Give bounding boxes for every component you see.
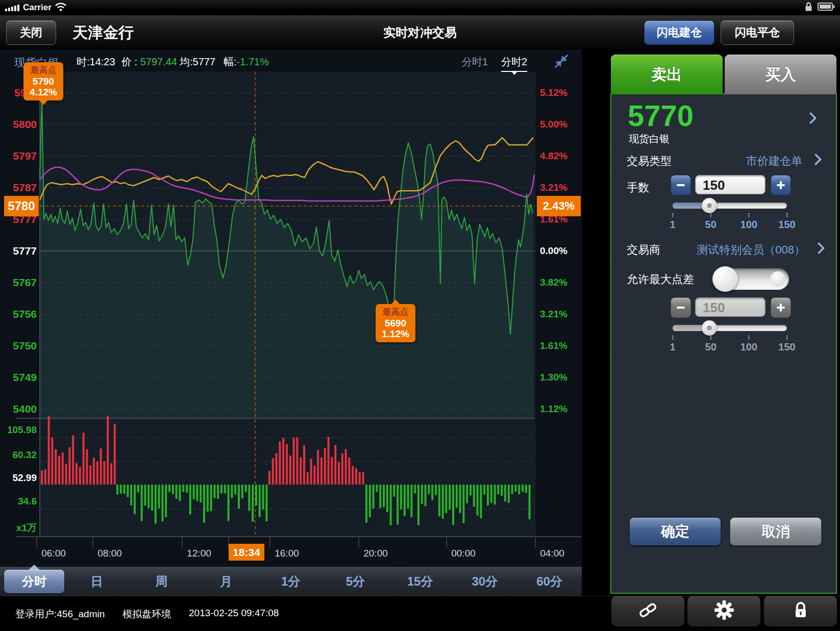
volume-axis-label: 52.99 — [0, 472, 37, 484]
quote-range: 幅:-1.71% — [224, 55, 269, 69]
max-spread-toggle[interactable] — [713, 268, 789, 290]
lots-label: 手数 — [627, 180, 649, 195]
percent-axis-label: 3.21% — [540, 309, 567, 320]
lock-icon — [805, 2, 812, 14]
time-axis-label: 08:00 — [97, 548, 122, 559]
tab-sell[interactable]: 卖出 — [611, 55, 723, 94]
volume-axis-label: 34.6 — [0, 496, 37, 507]
quote-big-price: 5770 — [628, 98, 694, 133]
carrier-label: Carrier — [23, 3, 52, 13]
period-tab-9[interactable]: 60分 — [517, 573, 582, 590]
price-axis-label: 5756 — [0, 308, 37, 320]
chevron-right-icon[interactable] — [804, 112, 817, 124]
period-tab-1[interactable]: 分时 — [4, 570, 64, 593]
slider-tick: 1 — [670, 213, 675, 231]
slider-tick: 1 — [670, 335, 675, 353]
price-axis-label: 5787 — [0, 182, 37, 194]
crosshair-time-badge: 18:34 — [229, 544, 264, 561]
link-button[interactable] — [611, 596, 684, 626]
trade-panel: 5770 现货白银 交易类型 市价建仓单 手数 150 150100150 交易… — [610, 93, 837, 594]
environment-label: 模拟盘环境 — [122, 608, 171, 621]
slider-tick: 150 — [778, 213, 795, 231]
max-spread-slider[interactable] — [673, 325, 787, 331]
battery-icon — [818, 3, 835, 13]
tab-minute-1[interactable]: 分时1 — [462, 55, 488, 69]
slider-tick: 100 — [740, 335, 757, 353]
chart-region[interactable] — [0, 49, 582, 566]
max-spread-plus-button[interactable] — [771, 297, 791, 318]
percent-axis-label: 3.82% — [540, 277, 567, 288]
lock-button[interactable] — [764, 596, 837, 626]
slider-tick: 50 — [705, 213, 717, 231]
period-tab-2[interactable]: 日 — [64, 573, 129, 590]
period-tab-6[interactable]: 5分 — [323, 573, 388, 590]
signal-bars-icon — [5, 4, 19, 11]
login-user-label: 登录用户:456_admin — [15, 608, 105, 621]
period-tab-3[interactable]: 周 — [129, 573, 194, 590]
percent-axis-label: 3.21% — [540, 182, 567, 193]
time-axis-label: 04:00 — [540, 548, 564, 559]
max-spread-slider-knob[interactable] — [702, 320, 717, 336]
gear-icon — [714, 600, 734, 622]
price-axis-label: 5400 — [0, 403, 37, 415]
slider-tick: 150 — [778, 335, 795, 353]
slider-tick: 50 — [705, 335, 717, 353]
price-axis-label: 5749 — [0, 371, 37, 384]
percent-axis-label: 4.82% — [540, 150, 567, 162]
crosshair-percent-badge: 2.43% — [537, 196, 581, 216]
period-tab-4[interactable]: 月 — [194, 573, 259, 590]
price-axis-label: 5800 — [0, 118, 37, 131]
confirm-button[interactable]: 确定 — [629, 517, 721, 546]
tab-buy[interactable]: 买入 — [725, 55, 836, 94]
price-axis-label: 5777 — [0, 245, 37, 257]
cancel-button[interactable]: 取消 — [730, 517, 822, 546]
wifi-icon — [55, 3, 66, 13]
lots-slider[interactable] — [673, 203, 787, 209]
flash-open-button[interactable]: 闪电建仓 — [644, 20, 714, 45]
high-point-tooltip: 最高点 5790 4.12% — [23, 62, 63, 100]
volume-axis-label: 105.98 — [0, 424, 37, 436]
price-axis-label: 5750 — [0, 340, 37, 352]
volume-axis-label: x1万 — [0, 521, 37, 535]
crosshair-price-badge: 5780 — [4, 196, 39, 216]
time-axis-label: 06:00 — [41, 548, 66, 559]
chevron-right-icon — [812, 242, 825, 254]
lots-minus-button[interactable] — [671, 175, 691, 195]
period-tab-7[interactable]: 15分 — [388, 573, 453, 590]
time-axis-label: 16:00 — [275, 548, 299, 559]
quote-time: 时:14:23 — [77, 55, 115, 69]
broker-label: 交易商 — [627, 242, 660, 258]
collapse-arrows-icon[interactable] — [553, 53, 570, 71]
low-point-tooltip: 最高点 5690 1.12% — [376, 304, 415, 342]
datetime-label: 2013-02-25 09:47:08 — [189, 608, 279, 619]
lots-plus-button[interactable] — [771, 175, 791, 195]
price-axis-label: 5797 — [0, 150, 37, 162]
lots-slider-knob[interactable] — [702, 198, 717, 213]
max-spread-label: 允许最大点差 — [627, 272, 694, 287]
period-tab-8[interactable]: 30分 — [453, 573, 517, 590]
quote-price: 价 : 5797.44 — [121, 55, 177, 69]
time-axis-label: 20:00 — [363, 548, 388, 559]
percent-axis-label: 5.00% — [540, 119, 567, 130]
flash-close-button[interactable]: 闪电平仓 — [721, 20, 794, 45]
trade-type-value: 市价建仓单 — [746, 154, 802, 169]
percent-axis-label: 1.12% — [540, 403, 567, 415]
max-spread-minus-button[interactable] — [671, 297, 691, 318]
settings-button[interactable] — [687, 596, 760, 626]
tab-minute-2[interactable]: 分时2 — [501, 55, 527, 72]
nav-bar: 关闭 天津金行 实时对冲交易 闪电建仓 闪电平仓 — [0, 15, 840, 49]
max-spread-input[interactable]: 150 — [695, 297, 765, 317]
lots-slider-ticks: 150100150 — [673, 213, 787, 233]
slider-tick: 100 — [740, 213, 757, 231]
period-tab-5[interactable]: 1分 — [258, 573, 323, 590]
chart-header: 现货白银 时:14:23 价 : 5797.44 均:5777 幅:-1.71%… — [0, 50, 582, 72]
lots-input[interactable]: 150 — [695, 175, 765, 194]
status-bar: Carrier — [0, 0, 840, 15]
quote-average: 均:5777 — [180, 55, 215, 69]
instrument-label: 现货白银 — [629, 132, 670, 146]
percent-axis-label: 1.30% — [540, 372, 567, 383]
time-axis-label: 00:00 — [451, 548, 476, 559]
link-icon — [637, 602, 659, 620]
broker-value: 测试特别会员（008） — [697, 242, 805, 258]
lock-icon — [793, 601, 808, 621]
